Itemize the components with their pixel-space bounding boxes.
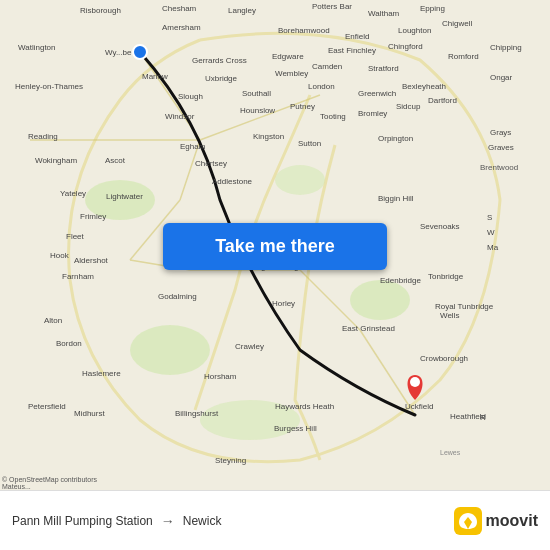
- svg-text:Horsham: Horsham: [204, 372, 237, 381]
- svg-text:Chingford: Chingford: [388, 42, 423, 51]
- svg-text:Kingston: Kingston: [253, 132, 284, 141]
- svg-text:Chertsey: Chertsey: [195, 159, 227, 168]
- svg-text:Yateley: Yateley: [60, 189, 86, 198]
- svg-text:Grays: Grays: [490, 128, 511, 137]
- svg-text:Potters Bar: Potters Bar: [312, 2, 352, 11]
- svg-text:Bromley: Bromley: [358, 109, 387, 118]
- bottom-bar: Pann Mill Pumping Station → Newick moovi…: [0, 490, 550, 550]
- svg-text:Tooting: Tooting: [320, 112, 346, 121]
- svg-text:Sutton: Sutton: [298, 139, 321, 148]
- svg-text:Graves: Graves: [488, 143, 514, 152]
- svg-text:Steyning: Steyning: [215, 456, 246, 465]
- svg-text:Epping: Epping: [420, 4, 445, 13]
- svg-text:East Grinstead: East Grinstead: [342, 324, 395, 333]
- svg-point-2: [130, 325, 210, 375]
- svg-text:Wy...be: Wy...be: [105, 48, 132, 57]
- svg-text:Slough: Slough: [178, 92, 203, 101]
- svg-text:Waltham: Waltham: [368, 9, 400, 18]
- svg-text:Orpington: Orpington: [378, 134, 413, 143]
- route-info: Pann Mill Pumping Station → Newick: [12, 513, 454, 529]
- svg-point-104: [133, 45, 147, 59]
- svg-text:Godalming: Godalming: [158, 292, 197, 301]
- svg-text:Hook: Hook: [50, 251, 70, 260]
- svg-text:Fleet: Fleet: [66, 232, 85, 241]
- svg-text:Putney: Putney: [290, 102, 315, 111]
- svg-text:Chigwell: Chigwell: [442, 19, 472, 28]
- svg-text:Mateus...: Mateus...: [2, 483, 31, 490]
- svg-text:Uxbridge: Uxbridge: [205, 74, 238, 83]
- svg-text:Wokingham: Wokingham: [35, 156, 77, 165]
- svg-text:Bexleyheath: Bexleyheath: [402, 82, 446, 91]
- svg-text:Edenbridge: Edenbridge: [380, 276, 421, 285]
- svg-text:Romford: Romford: [448, 52, 479, 61]
- svg-text:Lightwater: Lightwater: [106, 192, 143, 201]
- to-label: Newick: [183, 514, 222, 528]
- svg-text:Haywards Heath: Haywards Heath: [275, 402, 334, 411]
- svg-point-105: [410, 377, 420, 387]
- svg-text:Frimley: Frimley: [80, 212, 106, 221]
- moovit-logo: moovit: [454, 507, 538, 535]
- svg-text:Uckfield: Uckfield: [405, 402, 433, 411]
- svg-text:Wembley: Wembley: [275, 69, 308, 78]
- svg-text:Stratford: Stratford: [368, 64, 399, 73]
- svg-text:Bordon: Bordon: [56, 339, 82, 348]
- svg-text:Camden: Camden: [312, 62, 342, 71]
- svg-text:Alton: Alton: [44, 316, 62, 325]
- svg-text:Windsor: Windsor: [165, 112, 195, 121]
- svg-text:Crowborough: Crowborough: [420, 354, 468, 363]
- svg-text:Ongar: Ongar: [490, 73, 513, 82]
- map-container: Risborough Chesham Langley Potters Bar W…: [0, 0, 550, 490]
- svg-text:Ascot: Ascot: [105, 156, 126, 165]
- svg-text:Lewes: Lewes: [440, 449, 461, 456]
- svg-text:Biggin Hill: Biggin Hill: [378, 194, 414, 203]
- moovit-icon: [454, 507, 482, 535]
- svg-text:Sevenoaks: Sevenoaks: [420, 222, 460, 231]
- svg-point-3: [275, 165, 325, 195]
- svg-text:Greenwich: Greenwich: [358, 89, 396, 98]
- svg-text:Tonbridge: Tonbridge: [428, 272, 464, 281]
- svg-text:Horley: Horley: [272, 299, 295, 308]
- svg-text:Langley: Langley: [228, 6, 256, 15]
- svg-text:Royal Tunbridge: Royal Tunbridge: [435, 302, 494, 311]
- svg-text:Crawley: Crawley: [235, 342, 264, 351]
- svg-text:Wells: Wells: [440, 311, 459, 320]
- svg-text:Gerrards Cross: Gerrards Cross: [192, 56, 247, 65]
- svg-text:R: R: [480, 413, 486, 422]
- svg-text:Billingshurst: Billingshurst: [175, 409, 219, 418]
- svg-text:Southall: Southall: [242, 89, 271, 98]
- svg-text:Hounslow: Hounslow: [240, 106, 275, 115]
- svg-text:Sidcup: Sidcup: [396, 102, 421, 111]
- arrow-icon: →: [161, 513, 175, 529]
- svg-text:Farnham: Farnham: [62, 272, 94, 281]
- take-me-there-button[interactable]: Take me there: [163, 223, 387, 270]
- svg-text:Chesham: Chesham: [162, 4, 197, 13]
- svg-text:Haslemere: Haslemere: [82, 369, 121, 378]
- svg-text:Amersham: Amersham: [162, 23, 201, 32]
- moovit-text: moovit: [486, 512, 538, 530]
- svg-text:Reading: Reading: [28, 132, 58, 141]
- svg-text:Enfield: Enfield: [345, 32, 369, 41]
- svg-text:Risborough: Risborough: [80, 6, 121, 15]
- from-label: Pann Mill Pumping Station: [12, 514, 153, 528]
- svg-text:Loughton: Loughton: [398, 26, 431, 35]
- svg-text:London: London: [308, 82, 335, 91]
- svg-text:Brentwood: Brentwood: [480, 163, 518, 172]
- svg-text:Marlow: Marlow: [142, 72, 168, 81]
- svg-text:Edgware: Edgware: [272, 52, 304, 61]
- svg-text:Dartford: Dartford: [428, 96, 457, 105]
- svg-point-4: [350, 280, 410, 320]
- svg-text:Chipping: Chipping: [490, 43, 522, 52]
- svg-text:Petersfield: Petersfield: [28, 402, 66, 411]
- svg-text:Ma: Ma: [487, 243, 499, 252]
- svg-text:W: W: [487, 228, 495, 237]
- svg-text:East Finchley: East Finchley: [328, 46, 376, 55]
- svg-text:Aldershot: Aldershot: [74, 256, 109, 265]
- svg-text:Henley-on-Thames: Henley-on-Thames: [15, 82, 83, 91]
- svg-text:Midhurst: Midhurst: [74, 409, 105, 418]
- svg-text:Egham: Egham: [180, 142, 206, 151]
- svg-text:Addlestone: Addlestone: [212, 177, 253, 186]
- svg-text:Borehamwood: Borehamwood: [278, 26, 330, 35]
- svg-text:S: S: [487, 213, 492, 222]
- svg-text:Burgess Hill: Burgess Hill: [274, 424, 317, 433]
- svg-text:Watlington: Watlington: [18, 43, 56, 52]
